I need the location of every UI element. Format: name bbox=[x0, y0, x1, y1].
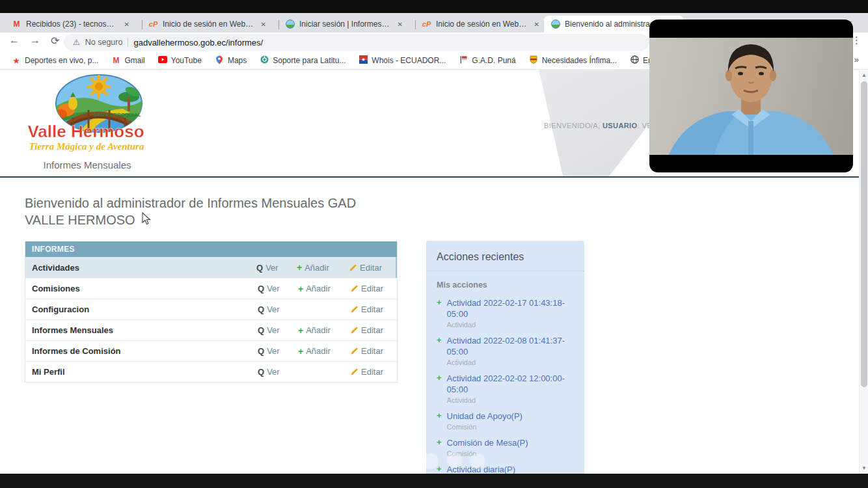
editar-link[interactable]: Editar bbox=[350, 284, 397, 293]
close-tab-icon[interactable]: ✕ bbox=[532, 20, 541, 29]
ver-link[interactable]: QVer bbox=[258, 346, 298, 356]
bookmark-label: G.A.D. Puná bbox=[472, 56, 515, 65]
bookmark-item[interactable]: ★ Deportes en vivo, p... bbox=[7, 54, 103, 67]
model-name: Mi Perfil bbox=[25, 367, 258, 377]
plus-icon: + bbox=[298, 325, 303, 336]
table-row: Comisiones QVer +Añadir Editar bbox=[25, 278, 397, 299]
crest-icon bbox=[530, 55, 537, 66]
vallehermoso-icon bbox=[286, 20, 295, 29]
ver-link[interactable]: QVer bbox=[256, 263, 297, 273]
pencil-icon bbox=[349, 264, 357, 272]
magnifier-icon: Q bbox=[258, 325, 264, 335]
watermark-dot bbox=[400, 454, 415, 469]
browser-tab[interactable]: Iniciar sesión | Informes Mensual ✕ bbox=[278, 16, 410, 33]
flag-icon bbox=[459, 55, 468, 66]
plus-icon: + bbox=[437, 437, 442, 457]
svg-text:GAD PARROQUIAL: GAD PARROQUIAL bbox=[93, 112, 141, 118]
bookmark-item[interactable]: Maps bbox=[210, 54, 252, 67]
webcam-overlay bbox=[649, 20, 853, 172]
browser-tab[interactable]: M Recibidos (23) - tecnoserviweb.e ✕ bbox=[5, 16, 137, 33]
action-link[interactable]: Actividad 2022-02-17 01:43:18-05:00 bbox=[447, 297, 574, 319]
plus-icon: + bbox=[298, 284, 303, 294]
ver-link[interactable]: QVer bbox=[258, 367, 298, 377]
mouse-cursor bbox=[142, 212, 151, 225]
browser-menu-icon[interactable]: ⋮ bbox=[852, 34, 861, 46]
close-tab-icon[interactable]: ✕ bbox=[122, 20, 131, 29]
watermark-dot bbox=[446, 452, 462, 468]
bookmark-item[interactable]: Whois - ECUADOR... bbox=[353, 54, 451, 67]
editar-link[interactable]: Editar bbox=[350, 367, 397, 377]
close-tab-icon[interactable]: ✕ bbox=[259, 20, 268, 29]
anadir-link[interactable]: +Añadir bbox=[298, 325, 350, 336]
action-link[interactable]: Actividad diaria(P) bbox=[447, 464, 574, 474]
close-tab-icon[interactable]: ✕ bbox=[396, 20, 405, 29]
action-link[interactable]: Unidad de Apoyo(P) bbox=[447, 411, 574, 422]
reload-icon[interactable]: ⟳ bbox=[51, 34, 59, 47]
plus-icon: + bbox=[437, 411, 442, 431]
scrollbar-thumb[interactable] bbox=[861, 81, 867, 387]
forward-icon[interactable]: → bbox=[30, 34, 40, 46]
action-link[interactable]: Actividad 2022-02-08 01:41:37-05:00 bbox=[447, 335, 574, 357]
anadir-link[interactable]: +Añadir bbox=[298, 346, 350, 357]
bookmark-item[interactable]: Soporte para Latitu... bbox=[254, 54, 351, 67]
page-title: Bienvenido al administrador de Informes … bbox=[25, 195, 399, 228]
list-item: + Unidad de Apoyo(P) Comisión bbox=[426, 404, 584, 431]
bookmark-label: Maps bbox=[228, 56, 247, 65]
bookmark-item[interactable]: YouTube bbox=[153, 54, 207, 67]
gmail-icon: M bbox=[14, 20, 20, 29]
bookmark-label: Whois - ECUADOR... bbox=[372, 56, 446, 65]
list-item: + Actividad 2022-02-17 01:43:18-05:00 Ac… bbox=[426, 291, 584, 329]
url-text[interactable]: gadvallehermoso.gob.ec/informes/ bbox=[133, 38, 263, 47]
more-bookmarks-chevron[interactable]: » bbox=[854, 55, 859, 64]
not-secure-warning-icon[interactable]: ⚠ bbox=[73, 38, 80, 47]
maps-pin-icon bbox=[215, 55, 223, 66]
editar-link[interactable]: Editar bbox=[350, 305, 397, 314]
action-type: Actividad bbox=[447, 359, 574, 366]
magnifier-icon: Q bbox=[258, 305, 264, 314]
browser-tab[interactable]: cP Inicio de sesión en Webmail ✕ bbox=[415, 16, 547, 33]
plus-icon: + bbox=[298, 346, 303, 357]
divider bbox=[128, 38, 128, 47]
plus-icon: + bbox=[437, 335, 442, 366]
support-icon bbox=[260, 55, 269, 66]
action-link[interactable]: Actividad 2022-02-02 12:00:00-05:00 bbox=[447, 373, 574, 395]
whois-icon bbox=[359, 55, 368, 66]
gmail-icon: M bbox=[113, 56, 119, 65]
pencil-icon bbox=[350, 347, 359, 355]
scrollbar[interactable]: ▲ ▼ bbox=[859, 70, 868, 474]
ver-link[interactable]: QVer bbox=[258, 305, 298, 314]
magnifier-icon: Q bbox=[258, 367, 264, 377]
globe-icon bbox=[631, 55, 639, 66]
bookmark-item[interactable]: G.A.D. Puná bbox=[454, 54, 521, 67]
browser-tab[interactable]: cP Inicio de sesión en Webmail ✕ bbox=[142, 16, 273, 33]
welcome-bar: BIENVENIDO/A, USUARIO. VER bbox=[544, 122, 657, 129]
address-bar[interactable]: ⚠ No seguro gadvallehermoso.gob.ec/infor… bbox=[64, 34, 649, 51]
editar-link[interactable]: Editar bbox=[349, 263, 396, 273]
editar-link[interactable]: Editar bbox=[350, 325, 397, 335]
action-link[interactable]: Comisión de Mesa(P) bbox=[447, 437, 574, 448]
pencil-icon bbox=[350, 368, 359, 376]
table-row: Configuracion QVer Editar bbox=[25, 299, 397, 319]
scroll-up-icon[interactable]: ▲ bbox=[860, 72, 868, 78]
table-row: Informes de Comisión QVer +Añadir Editar bbox=[25, 340, 397, 361]
scroll-down-icon[interactable]: ▼ bbox=[860, 465, 868, 471]
person-in-webcam bbox=[649, 38, 853, 155]
table-row: Informes Mensuales QVer +Añadir Editar bbox=[25, 319, 397, 340]
magnifier-icon: Q bbox=[256, 263, 263, 273]
ver-link[interactable]: QVer bbox=[258, 284, 298, 293]
watermark-dot bbox=[470, 454, 485, 469]
site-name[interactable]: Informes Mensuales bbox=[18, 159, 156, 170]
site-logo[interactable]: GAD PARROQUIAL Valle Hermoso Tierra Mági… bbox=[18, 72, 156, 170]
anadir-link[interactable]: +Añadir bbox=[297, 262, 349, 273]
magnifier-icon: Q bbox=[258, 346, 264, 356]
bookmark-item[interactable]: Necesidades Ínfima... bbox=[524, 54, 622, 67]
watermark-dot bbox=[376, 452, 392, 468]
anadir-link[interactable]: +Añadir bbox=[298, 284, 350, 294]
youtube-icon bbox=[158, 56, 167, 65]
editar-link[interactable]: Editar bbox=[350, 346, 397, 356]
ver-link[interactable]: QVer bbox=[258, 325, 298, 335]
bookmark-item[interactable]: M Gmail bbox=[106, 54, 150, 67]
plus-icon: + bbox=[437, 373, 442, 404]
model-name: Informes Mensuales bbox=[25, 325, 258, 335]
back-icon[interactable]: ← bbox=[9, 34, 20, 46]
